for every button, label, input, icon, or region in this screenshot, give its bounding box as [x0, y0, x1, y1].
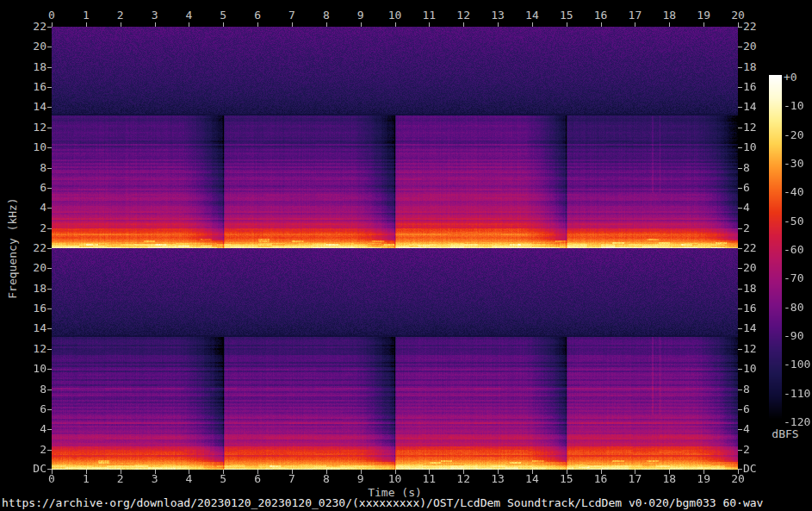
- freq-tick-label-right: 14: [743, 101, 779, 113]
- freq-tick-right: [738, 289, 742, 290]
- time-tick-label-bottom: 14: [515, 473, 549, 485]
- time-tick-label-bottom: 3: [138, 473, 172, 485]
- freq-tick-label-right: 22: [743, 21, 779, 33]
- time-tick-label-top: 12: [446, 9, 480, 22]
- freq-tick-label-right: 6: [743, 403, 779, 415]
- freq-tick-label-right: 12: [743, 122, 779, 134]
- freq-tick-right: [738, 147, 742, 148]
- freq-tick-left: [47, 369, 52, 370]
- freq-tick-label-left: 2: [10, 444, 46, 456]
- freq-tick-left: [47, 328, 52, 329]
- time-tick-top: [155, 22, 156, 27]
- freq-tick-left: [47, 289, 52, 290]
- freq-tick-left: [47, 128, 52, 128]
- time-tick-label-bottom: 7: [275, 473, 309, 485]
- time-tick-label-top: 2: [103, 9, 138, 22]
- freq-tick-right: [738, 268, 742, 269]
- colorbar-tick-label: -30: [784, 158, 812, 170]
- time-tick-top: [567, 22, 567, 27]
- freq-tick-left: [47, 268, 52, 269]
- colorbar-tick-label: -40: [784, 186, 812, 198]
- time-tick-top: [223, 22, 224, 27]
- freq-tick-label-right: 4: [743, 202, 779, 214]
- freq-tick-left: [47, 107, 52, 108]
- freq-tick-label-left: 22: [10, 242, 46, 254]
- time-tick-top: [52, 22, 53, 27]
- freq-tick-right: [738, 67, 742, 68]
- freq-tick-left: [47, 228, 52, 229]
- colorbar-tick-label: -50: [784, 215, 812, 227]
- freq-tick-label-right: 18: [743, 283, 779, 295]
- time-tick-label-top: 7: [275, 9, 309, 22]
- freq-tick-label-right: 16: [743, 81, 779, 93]
- freq-tick-label-right: 22: [743, 242, 779, 254]
- freq-tick-label-left: 10: [10, 141, 46, 153]
- freq-tick-left: [47, 429, 52, 430]
- freq-tick-left: [47, 27, 52, 28]
- time-tick-label-bottom: 16: [584, 473, 618, 485]
- time-tick-top: [257, 22, 258, 27]
- freq-tick-left: [47, 147, 52, 148]
- freq-tick-label-right: 12: [743, 343, 779, 355]
- time-tick-label-top: 13: [480, 9, 515, 22]
- freq-tick-right: [738, 87, 742, 88]
- freq-tick-label-left: 16: [10, 81, 46, 93]
- freq-tick-label-left: 18: [10, 61, 46, 73]
- time-tick-label-bottom: 1: [69, 473, 103, 485]
- freq-tick-label-right: 14: [743, 322, 779, 334]
- time-tick-label-top: 4: [171, 9, 206, 22]
- time-tick-top: [86, 22, 87, 27]
- spectrogram-channel-left: [52, 27, 738, 248]
- freq-tick-label-right: 8: [743, 162, 779, 174]
- time-tick-top: [532, 22, 533, 27]
- freq-tick-right: [738, 369, 742, 370]
- freq-tick-label-right: 10: [743, 363, 779, 375]
- colorbar-tick-label: +0: [784, 72, 812, 84]
- time-tick-label-bottom: 4: [171, 473, 206, 485]
- time-tick-label-bottom: 6: [240, 473, 275, 485]
- time-tick-label-bottom: 9: [344, 473, 378, 485]
- freq-tick-label-left: 4: [10, 202, 46, 214]
- freq-tick-label-left: 20: [10, 262, 46, 274]
- spectrogram-screenshot: Frequency (kHz) Time (s) dBFS https://ar…: [0, 0, 812, 511]
- time-tick-label-bottom: 20: [721, 473, 755, 485]
- time-tick-label-top: 9: [344, 9, 378, 22]
- freq-tick-label-left: 12: [10, 122, 46, 134]
- colorbar-tick-label: -120: [784, 416, 812, 428]
- freq-tick-label-right: 2: [743, 222, 779, 234]
- time-tick-top: [292, 22, 293, 27]
- freq-dc-label-left: DC: [10, 463, 46, 475]
- freq-tick-label-right: 10: [743, 141, 779, 153]
- time-tick-label-top: 16: [584, 9, 618, 22]
- freq-tick-label-right: 2: [743, 444, 779, 456]
- freq-dc-tick-right: [738, 469, 742, 470]
- time-tick-label-top: 11: [412, 9, 446, 22]
- freq-tick-label-right: 8: [743, 383, 779, 396]
- freq-tick-right: [738, 128, 742, 128]
- freq-tick-label-left: 6: [10, 403, 46, 415]
- freq-tick-left: [47, 208, 52, 209]
- time-tick-top: [429, 22, 430, 27]
- freq-tick-label-left: 4: [10, 423, 46, 435]
- time-tick-label-bottom: 11: [412, 473, 446, 485]
- time-tick-label-top: 10: [378, 9, 412, 22]
- colorbar-tick-label: -70: [784, 272, 812, 284]
- time-tick-label-top: 8: [309, 9, 344, 22]
- time-tick-label-top: 1: [69, 9, 103, 22]
- time-tick-top: [704, 22, 704, 27]
- freq-tick-right: [738, 228, 742, 229]
- freq-tick-label-left: 2: [10, 222, 46, 234]
- freq-tick-label-left: 14: [10, 322, 46, 334]
- freq-tick-left: [47, 188, 52, 189]
- freq-tick-left: [47, 67, 52, 68]
- time-tick-top: [635, 22, 635, 27]
- time-tick-label-bottom: 10: [378, 473, 412, 485]
- freq-tick-label-right: 4: [743, 423, 779, 435]
- time-tick-top: [395, 22, 396, 27]
- freq-tick-right: [738, 107, 742, 108]
- freq-dc-tick-left: [47, 469, 52, 470]
- freq-tick-label-right: 20: [743, 262, 779, 274]
- freq-tick-label-left: 16: [10, 302, 46, 315]
- time-tick-top: [121, 22, 121, 27]
- freq-tick-right: [738, 328, 742, 329]
